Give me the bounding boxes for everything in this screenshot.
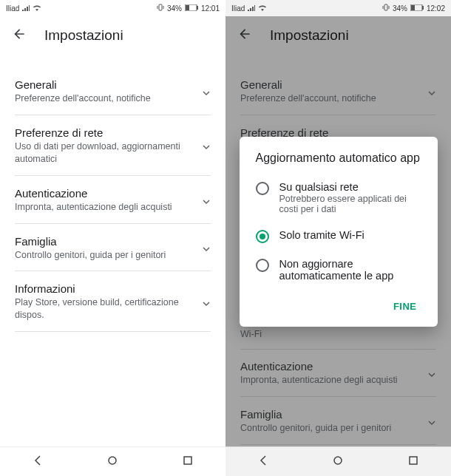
- svg-point-6: [109, 457, 116, 464]
- section-sub: Play Store, versione build, certificazio…: [15, 296, 194, 322]
- battery-pct: 34%: [393, 4, 407, 13]
- option-wifi-only[interactable]: Solo tramite Wi-Fi: [240, 222, 438, 251]
- section-informazioni[interactable]: Informazioni Play Store, versione build,…: [0, 272, 226, 333]
- status-bar: Iliad 34% 12:02: [226, 0, 451, 16]
- back-icon[interactable]: [12, 27, 27, 44]
- section-sub: Impronta, autenticazione degli acquisti: [15, 201, 194, 214]
- svg-rect-15: [410, 457, 417, 464]
- nav-back-icon[interactable]: [32, 455, 44, 469]
- vibrate-icon: [382, 4, 390, 13]
- section-title: Generali: [15, 78, 194, 91]
- section-sub: Preferenze dell'account, notifiche: [15, 92, 194, 105]
- radio-icon: [256, 182, 269, 195]
- page-title: Impostazioni: [44, 27, 123, 44]
- wifi-icon: [33, 4, 41, 13]
- phone-right: Iliad 34% 12:02 Impostazioni Generali Pr…: [226, 0, 451, 476]
- wifi-icon: [258, 4, 267, 13]
- auto-update-dialog: Aggiornamento automatico app Su qualsias…: [240, 137, 438, 327]
- section-title: Autenticazione: [15, 187, 194, 200]
- svg-rect-0: [159, 4, 162, 10]
- option-do-not-update[interactable]: Non aggiornare automaticamente le app: [240, 251, 438, 289]
- carrier-label: Iliad: [231, 4, 245, 13]
- radio-icon: [256, 259, 269, 272]
- section-title: Informazioni: [15, 282, 194, 295]
- done-button[interactable]: FINE: [386, 295, 424, 318]
- chevron-down-icon: [202, 196, 211, 205]
- modal-overlay[interactable]: Aggiornamento automatico app Su qualsias…: [226, 16, 451, 446]
- app-header: Impostazioni: [0, 16, 226, 55]
- svg-rect-13: [422, 6, 424, 10]
- nav-back-icon[interactable]: [257, 455, 269, 469]
- chevron-down-icon: [202, 243, 211, 252]
- nav-home-icon[interactable]: [332, 455, 344, 469]
- signal-icon: [248, 4, 255, 13]
- chevron-down-icon: [202, 141, 211, 150]
- nav-home-icon[interactable]: [106, 455, 118, 469]
- option-title: Non aggiornare automaticamente le app: [279, 258, 421, 282]
- phone-left: Iliad 34% 12:01 Impostazioni: [0, 0, 226, 476]
- section-autenticazione[interactable]: Autenticazione Impronta, autenticazione …: [0, 177, 226, 225]
- option-title: Su qualsiasi rete: [279, 181, 421, 193]
- signal-icon: [22, 4, 30, 13]
- section-sub: Uso di dati per download, aggiornamenti …: [15, 140, 194, 166]
- chevron-down-icon: [202, 87, 211, 96]
- android-nav-bar: [226, 446, 451, 476]
- svg-point-14: [334, 457, 342, 464]
- chevron-down-icon: [202, 298, 211, 307]
- svg-rect-5: [197, 6, 198, 10]
- settings-list: Generali Preferenze dell'account, notifi…: [0, 55, 226, 446]
- android-nav-bar: [0, 446, 226, 476]
- svg-rect-7: [184, 457, 191, 464]
- vibrate-icon: [157, 4, 164, 13]
- clock-label: 12:01: [201, 4, 220, 13]
- section-famiglia[interactable]: Famiglia Controllo genitori, guida per i…: [0, 225, 226, 273]
- option-sub: Potrebbero essere applicati dei costi pe…: [279, 194, 421, 214]
- svg-rect-12: [411, 5, 415, 10]
- svg-rect-8: [384, 4, 387, 10]
- dialog-title: Aggiornamento automatico app: [240, 152, 438, 174]
- radio-selected-icon: [256, 230, 269, 243]
- nav-recent-icon[interactable]: [407, 455, 419, 469]
- carrier-label: Iliad: [6, 4, 19, 13]
- battery-icon: [410, 4, 424, 13]
- section-generali[interactable]: Generali Preferenze dell'account, notifi…: [0, 68, 226, 116]
- svg-rect-4: [186, 5, 189, 10]
- section-sub: Controllo genitori, guida per i genitori: [15, 249, 194, 262]
- section-title: Preferenze di rete: [15, 126, 194, 139]
- status-bar: Iliad 34% 12:01: [0, 0, 226, 16]
- section-title: Famiglia: [15, 235, 194, 248]
- option-title: Solo tramite Wi-Fi: [279, 229, 421, 241]
- nav-recent-icon[interactable]: [182, 455, 194, 469]
- battery-pct: 34%: [167, 4, 182, 13]
- section-preferenze-rete[interactable]: Preferenze di rete Uso di dati per downl…: [0, 116, 226, 177]
- battery-icon: [185, 4, 198, 13]
- option-any-network[interactable]: Su qualsiasi rete Potrebbero essere appl…: [240, 174, 438, 222]
- clock-label: 12:02: [427, 4, 445, 13]
